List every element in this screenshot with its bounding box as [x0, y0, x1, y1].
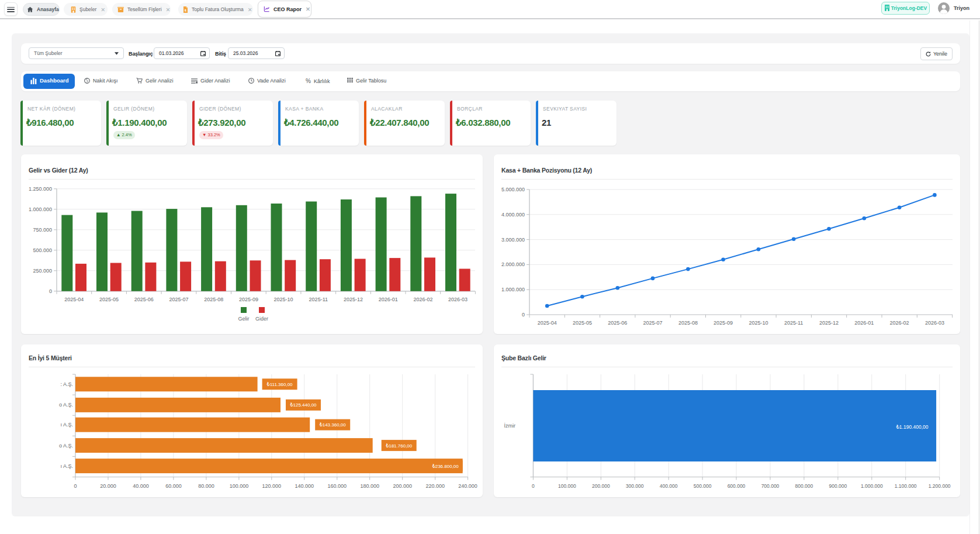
svg-text:5.000.000: 5.000.000	[501, 187, 525, 192]
svg-text:700.000: 700.000	[761, 483, 780, 489]
svg-text:600.000: 600.000	[728, 483, 746, 489]
svg-text:₺236.800,00: ₺236.800,00	[432, 464, 459, 469]
svg-text:₺111.360,00: ₺111.360,00	[267, 382, 293, 387]
svg-text:1.200.000: 1.200.000	[929, 483, 951, 489]
svg-text:2025-09: 2025-09	[239, 297, 258, 302]
svg-text:₺143.360,00: ₺143.360,00	[320, 422, 347, 428]
svg-text:2026-02: 2026-02	[413, 297, 432, 302]
svg-text:200.000: 200.000	[592, 483, 610, 489]
svg-text:240.000: 240.000	[458, 483, 477, 489]
svg-text:0: 0	[532, 483, 535, 489]
svg-text:2025-07: 2025-07	[643, 320, 662, 326]
svg-text:60.000: 60.000	[165, 483, 182, 489]
svg-text:40.000: 40.000	[133, 483, 149, 489]
svg-text:2026-02: 2026-02	[890, 320, 909, 326]
svg-text:Gider: Gider	[255, 316, 268, 322]
svg-text:2026-01: 2026-01	[854, 320, 874, 326]
svg-text:2025-12: 2025-12	[344, 297, 363, 302]
svg-text:2025-10: 2025-10	[274, 297, 293, 302]
svg-text:500.000: 500.000	[694, 483, 712, 489]
svg-text:220.000: 220.000	[425, 483, 445, 489]
svg-text:2026-03: 2026-03	[448, 297, 468, 302]
svg-text:1.000.000: 1.000.000	[29, 206, 52, 212]
svg-text:160.000: 160.000	[328, 483, 347, 489]
svg-text:Gelir vs Gider (12 Ay): Gelir vs Gider (12 Ay)	[29, 167, 88, 174]
svg-text:2025-08: 2025-08	[204, 297, 223, 302]
svg-text:4.000.000: 4.000.000	[501, 212, 525, 218]
svg-text:120.000: 120.000	[262, 483, 282, 489]
svg-text:750.000: 750.000	[33, 227, 52, 233]
svg-text:180.000: 180.000	[360, 483, 379, 489]
svg-text:o A.Ş.: o A.Ş.	[59, 402, 73, 408]
svg-text:500.000: 500.000	[33, 247, 52, 253]
svg-text:: A.Ş.: : A.Ş.	[60, 381, 73, 387]
svg-text:2026-01: 2026-01	[379, 297, 398, 302]
svg-text:2025-05: 2025-05	[99, 297, 119, 302]
svg-text:Şube Bazlı Gelir: Şube Bazlı Gelir	[501, 354, 546, 361]
svg-text:2025-08: 2025-08	[678, 320, 698, 326]
svg-text:400.000: 400.000	[660, 483, 678, 489]
svg-text:Gelir: Gelir	[238, 316, 249, 322]
svg-text:2025-07: 2025-07	[169, 297, 188, 302]
svg-text:ı A.Ş.: ı A.Ş.	[60, 463, 73, 469]
svg-text:ı A.Ş.: ı A.Ş.	[60, 422, 73, 428]
svg-text:2025-10: 2025-10	[749, 320, 768, 326]
svg-text:2025-11: 2025-11	[784, 320, 803, 326]
svg-text:250.000: 250.000	[33, 268, 52, 274]
svg-text:0: 0	[74, 483, 77, 489]
svg-text:1.000.000: 1.000.000	[861, 483, 883, 489]
svg-text:2025-09: 2025-09	[714, 320, 733, 326]
svg-text:140.000: 140.000	[295, 483, 314, 489]
svg-text:1.100.000: 1.100.000	[895, 483, 917, 489]
svg-text:2026-03: 2026-03	[925, 320, 944, 326]
svg-text:2025-06: 2025-06	[134, 297, 154, 302]
svg-text:800.000: 800.000	[795, 483, 813, 489]
svg-text:900.000: 900.000	[829, 483, 847, 489]
svg-text:İzmir: İzmir	[504, 423, 516, 429]
svg-text:0: 0	[49, 288, 52, 294]
svg-text:En İyi 5 Müşteri: En İyi 5 Müşteri	[29, 354, 72, 361]
svg-text:100.000: 100.000	[558, 483, 576, 489]
svg-text:80.000: 80.000	[198, 483, 214, 489]
svg-text:2025-11: 2025-11	[309, 297, 328, 302]
svg-text:2025-04: 2025-04	[538, 320, 557, 326]
svg-text:o A.Ş.: o A.Ş.	[59, 443, 73, 449]
svg-text:200.000: 200.000	[393, 483, 412, 489]
svg-text:2025-05: 2025-05	[573, 320, 592, 326]
svg-text:2.000.000: 2.000.000	[501, 261, 525, 267]
svg-text:2025-04: 2025-04	[64, 297, 84, 302]
svg-text:₺125.440,00: ₺125.440,00	[290, 402, 317, 408]
svg-text:Kasa + Banka Pozisyonu (12 Ay): Kasa + Banka Pozisyonu (12 Ay)	[501, 167, 592, 174]
svg-text:3.000.000: 3.000.000	[501, 237, 525, 243]
svg-text:₺1.190.400,00: ₺1.190.400,00	[896, 424, 928, 430]
svg-text:2025-12: 2025-12	[819, 320, 839, 326]
svg-text:300.000: 300.000	[626, 483, 644, 489]
svg-text:1.250.000: 1.250.000	[29, 186, 52, 192]
svg-text:20.000: 20.000	[100, 483, 116, 489]
svg-text:0: 0	[522, 312, 525, 318]
svg-text:₺181.760,00: ₺181.760,00	[386, 443, 413, 449]
svg-text:2025-06: 2025-06	[608, 320, 627, 326]
svg-text:1.000.000: 1.000.000	[501, 287, 525, 292]
svg-text:100.000: 100.000	[230, 483, 249, 489]
